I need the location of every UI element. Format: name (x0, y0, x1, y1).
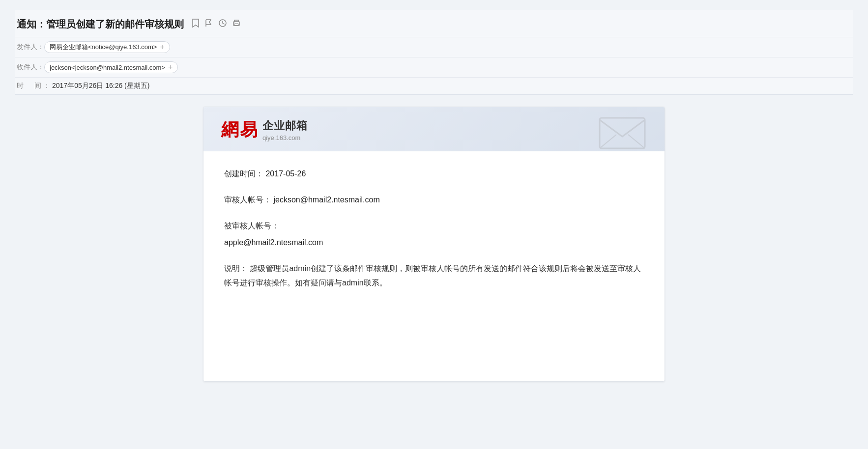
to-plus[interactable]: + (168, 63, 173, 72)
created-time-value: 2017-05-26 (265, 169, 306, 178)
email-container: 通知：管理员创建了新的邮件审核规则 (0, 0, 868, 449)
title-row: 通知：管理员创建了新的邮件审核规则 (15, 18, 853, 31)
reviewee-value: apple@hmail2.ntesmail.com (224, 238, 323, 247)
description-text: 超级管理员admin创建了该条邮件审核规则，则被审核人帐号的所有发送的邮件符合该… (224, 264, 641, 287)
time-label: 时 间： (17, 82, 52, 90)
email-content: 创建时间： 2017-05-26 审核人帐号： jeckson@hmail2.n… (203, 151, 665, 322)
brand-info: 企业邮箱 qiye.163.com (262, 118, 308, 141)
from-row: 发件人： 网易企业邮箱<notice@qiye.163.com> + (15, 37, 853, 57)
to-value: jeckson<jeckson@hmail2.ntesmail.com> (50, 64, 165, 71)
to-tag[interactable]: jeckson<jeckson@hmail2.ntesmail.com> + (44, 61, 178, 73)
description-row: 说明： 超级管理员admin创建了该条邮件审核规则，则被审核人帐号的所有发送的邮… (224, 262, 644, 290)
email-header: 通知：管理员创建了新的邮件审核规则 (15, 10, 853, 95)
reviewer-value: jeckson@hmail2.ntesmail.com (273, 196, 379, 204)
envelope-decoration-icon (598, 113, 647, 154)
from-label: 发件人： (17, 43, 44, 52)
svg-point-3 (234, 23, 235, 24)
created-time-row: 创建时间： 2017-05-26 (224, 167, 644, 180)
clock-icon[interactable] (218, 19, 227, 30)
to-label: 收件人： (17, 63, 44, 72)
svg-rect-4 (600, 118, 645, 148)
flag-icon[interactable] (204, 19, 213, 30)
brand-domain: qiye.163.com (262, 134, 308, 141)
brand-netease-text: 網易 (221, 118, 259, 142)
from-plus[interactable]: + (160, 43, 164, 52)
from-tag[interactable]: 网易企业邮箱<notice@qiye.163.com> + (44, 41, 170, 53)
from-value: 网易企业邮箱<notice@qiye.163.com> (50, 43, 157, 52)
brand-name: 企业邮箱 (262, 118, 308, 133)
description-label: 说明： (224, 264, 248, 273)
email-card: 網易 企业邮箱 qiye.163.com (203, 107, 665, 382)
brand-logo: 網易 企业邮箱 qiye.163.com (221, 118, 308, 142)
reviewer-label: 审核人帐号： (224, 196, 271, 204)
reviewer-row: 审核人帐号： jeckson@hmail2.ntesmail.com (224, 193, 644, 206)
toolbar-icons (192, 18, 241, 30)
email-title: 通知：管理员创建了新的邮件审核规则 (17, 18, 184, 31)
time-row: 时 间： 2017年05月26日 16:26 (星期五) (15, 77, 853, 94)
brand-header: 網易 企业邮箱 qiye.163.com (203, 107, 665, 151)
created-time-label: 创建时间： (224, 169, 263, 178)
reviewee-label: 被审核人帐号： (224, 222, 279, 230)
bookmark-icon[interactable] (192, 18, 200, 30)
print-icon[interactable] (232, 19, 241, 30)
reviewee-row: 被审核人帐号： apple@hmail2.ntesmail.com (224, 219, 644, 249)
to-row: 收件人： jeckson<jeckson@hmail2.ntesmail.com… (15, 57, 853, 77)
time-value: 2017年05月26日 16:26 (星期五) (52, 82, 149, 90)
email-body: 網易 企业邮箱 qiye.163.com (15, 95, 853, 393)
